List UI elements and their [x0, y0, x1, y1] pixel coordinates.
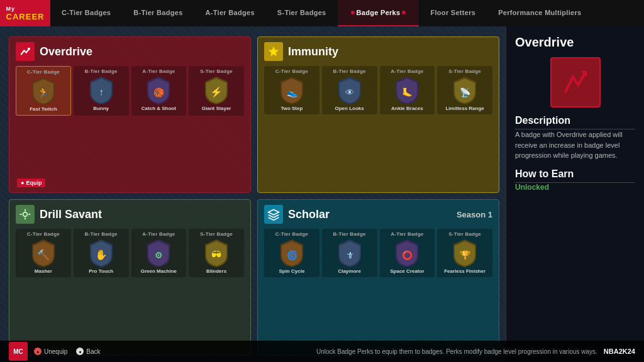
perk-card-scholar: Scholar Season 1 C-Tier Badge 🌀 Spin Cyc… [257, 199, 499, 356]
svg-text:👁: 👁 [345, 87, 354, 97]
svg-text:🔨: 🔨 [37, 249, 50, 261]
badge-two-step[interactable]: C-Tier Badge 👟 Two Step [264, 66, 319, 114]
svg-text:⭕: ⭕ [402, 250, 413, 261]
tab-a-tier[interactable]: A-Tier Badges [194, 0, 266, 26]
badge-tier: S-Tier Badge [200, 231, 233, 237]
svg-text:🌀: 🌀 [286, 250, 297, 261]
badge-ankle-braces[interactable]: A-Tier Badge 🦶 Ankle Braces [380, 66, 435, 114]
nba-logo: NBA2K24 [604, 348, 635, 355]
drill-savant-header: Drill Savant [16, 205, 244, 224]
badge-space-creator[interactable]: A-Tier Badge ⭕ Space Creator [380, 229, 435, 277]
overdrive-badge-grid: C-Tier Badge 🏃 Fast Twitch B-Tier Badge … [16, 66, 244, 116]
badge-name: Blinders [206, 268, 226, 275]
badge-spin-cycle[interactable]: C-Tier Badge 🌀 Spin Cycle [264, 229, 319, 277]
description-section: Description A badge with Overdrive appli… [515, 115, 635, 161]
svg-text:🕶: 🕶 [211, 250, 221, 260]
equip-button[interactable]: ● Equip [17, 178, 45, 187]
perk-grid: Overdrive C-Tier Badge 🏃 Fast Twitch B-T… [0, 26, 506, 362]
tab-badge-perks[interactable]: Badge Perks [338, 0, 419, 26]
drill-savant-icon [16, 205, 35, 224]
unequip-control: ● Unequip [34, 348, 67, 355]
svg-point-9 [23, 212, 28, 217]
svg-text:🏃: 🏃 [37, 87, 50, 99]
tab-floor-setters[interactable]: Floor Setters [419, 0, 487, 26]
badge-blinders[interactable]: S-Tier Badge 🕶 Blinders [189, 229, 244, 277]
badge-tier: C-Tier Badge [27, 69, 60, 75]
logo-line1: My [6, 6, 45, 12]
equip-label: Equip [26, 180, 42, 186]
overdrive-header: Overdrive [16, 42, 244, 61]
badge-green-machine[interactable]: A-Tier Badge ⚙ Green Machine [131, 229, 187, 277]
perk-card-immunity: Immunity C-Tier Badge 👟 Two Step B-Tier … [257, 36, 499, 193]
immunity-header: Immunity [264, 42, 492, 61]
scholar-season: Season 1 [457, 210, 492, 219]
unequip-label: Unequip [44, 348, 67, 355]
badge-tier: C-Tier Badge [27, 231, 60, 237]
badge-tier: A-Tier Badge [391, 69, 423, 74]
logo-line2: CAREER [6, 12, 45, 21]
svg-marker-4 [269, 47, 279, 57]
badge-tier: S-Tier Badge [448, 231, 481, 237]
badge-fearless-finisher[interactable]: S-Tier Badge 🏆 Fearless Finisher [437, 229, 492, 277]
tab-b-tier[interactable]: B-Tier Badges [122, 0, 194, 26]
svg-text:✋: ✋ [95, 249, 108, 261]
badge-fast-twitch[interactable]: C-Tier Badge 🏃 Fast Twitch [16, 66, 71, 116]
svg-text:👟: 👟 [286, 87, 297, 98]
badge-tier: B-Tier Badge [85, 69, 118, 74]
svg-text:🏆: 🏆 [460, 250, 471, 261]
earn-title: How to Earn [515, 168, 635, 183]
bullet-icon: ● [21, 180, 24, 186]
badge-tier: B-Tier Badge [333, 69, 366, 74]
svg-text:🦶: 🦶 [402, 87, 413, 98]
white-button-icon: ● [76, 348, 84, 355]
badge-tier: C-Tier Badge [275, 231, 308, 237]
badge-open-looks[interactable]: B-Tier Badge 👁 Open Looks [322, 66, 377, 114]
svg-text:🏀: 🏀 [153, 87, 165, 98]
immunity-title: Immunity [288, 45, 338, 58]
badge-name: Masher [35, 268, 52, 275]
badge-name: Open Looks [335, 106, 364, 112]
badge-limitless-range[interactable]: S-Tier Badge 📡 Limitless Range [437, 66, 492, 114]
badge-tier: C-Tier Badge [275, 69, 308, 74]
badge-name: Two Step [280, 106, 303, 112]
badge-name: Claymore [338, 268, 360, 275]
badge-name: Green Machine [141, 268, 177, 275]
right-panel-title: Overdrive [515, 35, 635, 50]
overdrive-icon [16, 42, 35, 61]
badge-name: Fearless Finisher [444, 268, 486, 275]
description-text: A badge with Overdrive applied will rece… [515, 129, 635, 161]
overdrive-large-icon [550, 57, 601, 107]
badge-claymore[interactable]: B-Tier Badge 🗡 Claymore [322, 229, 377, 277]
badge-tier: A-Tier Badge [391, 231, 423, 237]
perk-card-overdrive: Overdrive C-Tier Badge 🏃 Fast Twitch B-T… [9, 36, 251, 193]
badge-giant-slayer[interactable]: S-Tier Badge ⚡ Giant Slayer [189, 66, 244, 116]
badge-bunny[interactable]: B-Tier Badge ↑ Bunny [74, 66, 129, 116]
badge-tier: B-Tier Badge [333, 231, 366, 237]
drill-savant-badge-grid: C-Tier Badge 🔨 Masher B-Tier Badge ✋ Pro… [16, 229, 244, 277]
badge-name: Fast Twitch [30, 106, 57, 112]
badge-name: Giant Slayer [202, 106, 231, 112]
earn-status: Unlocked [515, 183, 635, 192]
tab-s-tier[interactable]: S-Tier Badges [266, 0, 338, 26]
badge-name: Space Creator [390, 268, 424, 275]
badge-name: Catch & Shoot [142, 106, 176, 112]
badge-pro-touch[interactable]: B-Tier Badge ✋ Pro Touch [74, 229, 129, 277]
scholar-header: Scholar Season 1 [264, 205, 492, 224]
badge-catch-shoot[interactable]: A-Tier Badge 🏀 Catch & Shoot [131, 66, 187, 116]
badge-masher[interactable]: C-Tier Badge 🔨 Masher [16, 229, 71, 277]
scholar-badge-grid: C-Tier Badge 🌀 Spin Cycle B-Tier Badge 🗡… [264, 229, 492, 277]
back-label: Back [86, 348, 100, 355]
tab-c-tier[interactable]: C-Tier Badges [50, 0, 122, 26]
right-panel: Overdrive Description A badge with Overd… [506, 26, 644, 362]
earn-section: How to Earn Unlocked [515, 168, 635, 192]
svg-text:⚙: ⚙ [155, 250, 163, 260]
badge-tier: S-Tier Badge [448, 69, 481, 74]
main-content: Overdrive C-Tier Badge 🏃 Fast Twitch B-T… [0, 26, 644, 362]
immunity-badge-grid: C-Tier Badge 👟 Two Step B-Tier Badge 👁 O… [264, 66, 492, 114]
active-dot-icon-right [402, 11, 406, 14]
overdrive-title: Overdrive [40, 45, 92, 58]
svg-text:🗡: 🗡 [345, 250, 354, 260]
svg-text:📡: 📡 [460, 87, 471, 98]
mycareer-logo: My CAREER [0, 0, 50, 26]
tab-performance[interactable]: Performance Multipliers [487, 0, 592, 26]
